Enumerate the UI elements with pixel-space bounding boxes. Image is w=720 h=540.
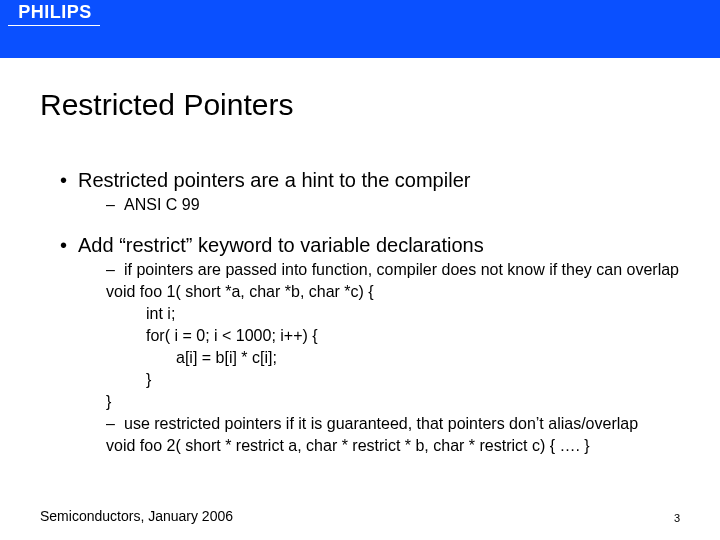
footer-text: Semiconductors, January 2006 xyxy=(40,508,233,524)
code-line-2: int i; xyxy=(106,304,680,324)
brand-text: PHILIPS xyxy=(18,2,92,23)
bullet-2-sub: if pointers are passed into function, co… xyxy=(60,260,680,456)
code-line-6: } xyxy=(106,392,680,412)
code-line-7: void foo 2( short * restrict a, char * r… xyxy=(106,436,680,456)
code-line-5: } xyxy=(106,370,680,390)
spacer xyxy=(60,217,680,231)
bullet-1-sub-1: ANSI C 99 xyxy=(106,195,680,215)
bullet-2-sub-2: use restricted pointers if it is guarant… xyxy=(106,414,680,434)
brand-underline xyxy=(8,25,100,26)
bullet-2: Add “restrict” keyword to variable decla… xyxy=(60,233,680,258)
code-line-4: a[i] = b[i] * c[i]; xyxy=(106,348,680,368)
slide-title: Restricted Pointers xyxy=(40,88,680,122)
bullet-1-sub: ANSI C 99 xyxy=(60,195,680,215)
page-number: 3 xyxy=(674,512,680,524)
slide: PHILIPS Restricted Pointers Restricted p… xyxy=(0,0,720,540)
content-area: Restricted Pointers Restricted pointers … xyxy=(0,58,720,456)
footer: Semiconductors, January 2006 3 xyxy=(40,508,680,524)
header-bar: PHILIPS xyxy=(0,0,720,58)
brand-logo: PHILIPS xyxy=(6,0,104,25)
bullet-2-sub-1: if pointers are passed into function, co… xyxy=(106,260,680,280)
code-line-1: void foo 1( short *a, char *b, char *c) … xyxy=(106,282,680,302)
bullet-1: Restricted pointers are a hint to the co… xyxy=(60,168,680,193)
bullet-list: Restricted pointers are a hint to the co… xyxy=(40,168,680,456)
code-line-3: for( i = 0; i < 1000; i++) { xyxy=(106,326,680,346)
